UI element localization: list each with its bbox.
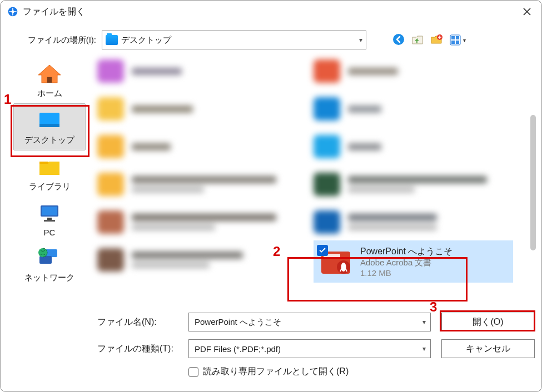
file-thumb [314,97,340,120]
location-select[interactable]: デスクトップ ▾ [102,31,366,49]
toolbar-icons: ▾ [392,33,466,48]
view-menu-icon[interactable]: ▾ [449,33,466,47]
app-icon [7,6,18,17]
file-type: Adobe Acroba 文書 [360,258,453,268]
back-icon[interactable] [392,33,405,48]
libraries-icon [36,156,63,178]
close-icon[interactable] [519,4,535,19]
file-item-blurred[interactable] [314,205,513,239]
file-name: PowerPoint へようこそ [360,246,453,258]
window-title: ファイルを開く [23,6,519,18]
file-list[interactable]: PowerPoint へようこそ Adobe Acroba 文書 1.12 MB [97,54,519,300]
file-item-blurred[interactable] [97,167,297,202]
sidebar-item-pc[interactable]: PC [13,197,86,242]
scrollbar[interactable] [530,115,536,250]
file-thumb [97,59,124,83]
file-item-selected[interactable]: PowerPoint へようこそ Adobe Acroba 文書 1.12 MB [314,240,513,283]
file-thumb [97,210,124,234]
location-current: デスクトップ [121,35,171,46]
sidebar-item-label: PC [44,228,56,237]
svg-rect-8 [456,41,459,44]
svg-rect-5 [451,36,455,39]
filename-combo[interactable]: PowerPoint へようこそ ▾ [188,313,431,331]
new-folder-icon[interactable] [430,33,443,48]
annotation-1-label: 1 [4,92,11,107]
chevron-down-icon: ▾ [359,36,362,44]
filetype-combo[interactable]: PDF Files (*.PDF;*.pdf) ▾ [188,339,431,358]
desktop-icon [36,109,63,132]
titlebar: ファイルを開く [1,1,541,23]
svg-rect-9 [47,77,52,83]
svg-point-2 [393,34,404,45]
readonly-label: 読み取り専用ファイルとして開く(R) [203,366,349,378]
file-thumb [314,210,340,234]
sidebar-item-libraries[interactable]: ライブラリ [13,150,86,197]
file-thumb [97,97,124,120]
file-thumb [97,135,124,158]
places-sidebar: ホーム デスクトップ ライブラリ PC [7,54,92,301]
footer: ファイル名(N): PowerPoint へようこそ ▾ 開く(O) ファイルの… [97,305,535,391]
file-thumb [314,59,340,83]
file-thumb [97,173,124,196]
svg-rect-14 [42,207,57,215]
svg-rect-6 [456,36,459,39]
location-label: ファイルの場所(I): [23,35,96,46]
sidebar-item-label: デスクトップ [24,135,74,145]
open-file-dialog: ファイルを開く ファイルの場所(I): デスクトップ ▾ ▾ [0,0,542,392]
chevron-down-icon: ▾ [422,318,426,326]
cancel-button[interactable]: キャンセル [441,339,535,358]
file-item-blurred[interactable] [97,92,297,126]
sidebar-item-home[interactable]: ホーム [13,57,86,103]
filetype-label: ファイルの種類(T): [97,343,181,355]
home-icon [36,63,63,85]
up-one-level-icon[interactable] [411,33,424,48]
svg-rect-11 [39,124,59,127]
annotation-3-label: 3 [430,299,437,315]
file-thumb [314,173,340,196]
svg-rect-16 [44,220,55,222]
svg-rect-18 [39,256,52,264]
file-item-blurred[interactable] [97,205,297,239]
folder-icon [106,35,118,45]
file-item-blurred[interactable] [97,54,297,88]
sidebar-item-label: ホーム [37,88,62,99]
file-thumb [318,246,354,277]
sidebar-item-label: ライブラリ [29,182,71,192]
sidebar-item-desktop[interactable]: デスクトップ [13,103,86,150]
chevron-down-icon: ▾ [422,345,426,353]
file-thumb [314,135,340,158]
svg-rect-7 [451,41,455,44]
file-item-blurred[interactable] [314,92,513,126]
filetype-value: PDF Files (*.PDF;*.pdf) [195,344,281,354]
file-thumb [97,248,124,272]
file-item-blurred[interactable] [314,167,513,202]
file-item-blurred[interactable] [314,129,513,164]
svg-rect-15 [47,218,52,220]
file-item-blurred[interactable] [97,243,297,277]
file-size: 1.12 MB [360,268,453,278]
filename-label: ファイル名(N): [97,316,181,328]
location-row: ファイルの場所(I): デスクトップ ▾ ▾ [1,23,541,55]
sidebar-item-network[interactable]: ネットワーク [13,242,86,288]
annotation-2-label: 2 [273,244,280,259]
filename-value: PowerPoint へようこそ [195,317,281,328]
pc-icon [36,202,63,224]
svg-rect-12 [39,162,48,164]
readonly-checkbox[interactable] [188,367,198,377]
selected-check-icon [317,245,328,256]
sidebar-item-label: ネットワーク [24,273,74,283]
file-item-blurred[interactable] [97,129,297,164]
svg-point-1 [12,11,14,13]
open-button[interactable]: 開く(O) [441,313,535,331]
file-item-blurred[interactable] [314,54,513,88]
network-icon [36,247,63,269]
